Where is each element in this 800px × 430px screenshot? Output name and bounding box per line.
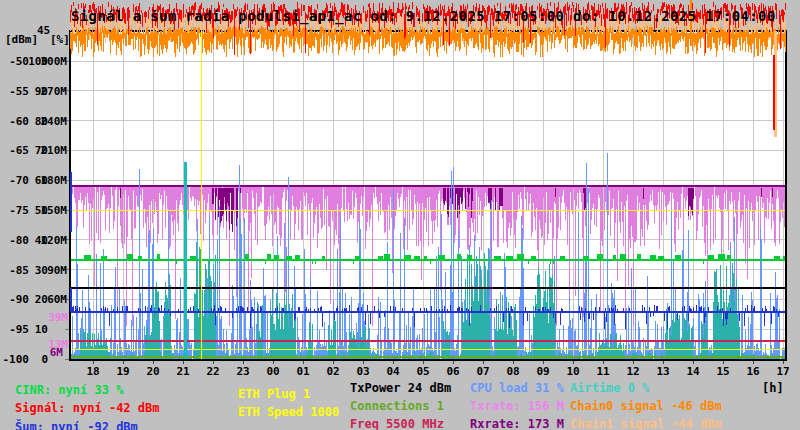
series-connections-line xyxy=(70,356,786,358)
mrtg-graph: Signál a šum radia podulsi_ap1_ac od: 9.… xyxy=(0,0,800,430)
series-freq-line xyxy=(70,340,786,342)
series-rxrate-line xyxy=(70,185,786,187)
series-sum-line xyxy=(70,311,786,313)
series-eth_speed-line xyxy=(70,210,786,212)
series-cinr-line xyxy=(70,259,786,261)
plot-canvas xyxy=(0,0,800,430)
series-txpower-line xyxy=(70,287,786,289)
series-eth_plug-line xyxy=(70,349,786,351)
